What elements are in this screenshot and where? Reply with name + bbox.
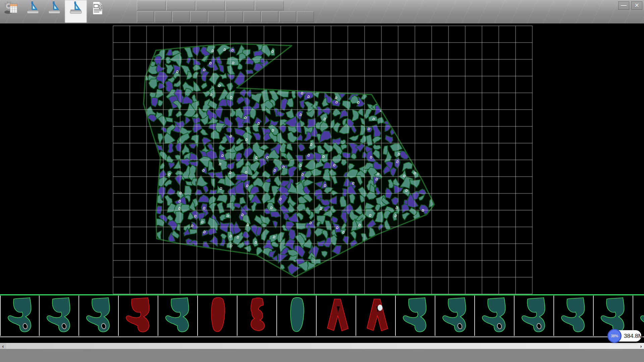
piece-shape-ashape <box>317 296 356 336</box>
piece-shape-boot <box>633 296 644 336</box>
scroll-left-button[interactable]: ‹ <box>0 343 6 349</box>
piece-shape-tongue <box>198 296 237 336</box>
nav-5-report[interactable] <box>87 0 108 22</box>
application-window: — ✕ ‹ › 38% 384.8M <box>0 0 644 362</box>
thumbnail-cell-3[interactable] <box>79 296 119 336</box>
thumbnail-cell-8[interactable] <box>277 296 317 336</box>
nav-2-ruler[interactable] <box>22 0 44 22</box>
tool-row <box>137 11 314 22</box>
piece-shape-tongue <box>277 296 317 336</box>
piece-shape-boot <box>554 296 594 336</box>
thumbnail-cell-11[interactable] <box>396 296 435 336</box>
status-bar <box>0 349 644 362</box>
thumbnail-cell-14[interactable] <box>515 296 554 336</box>
thumbnail-cell-17[interactable] <box>633 296 644 336</box>
defect-hole <box>378 305 382 311</box>
scroll-right-button[interactable]: › <box>638 343 644 349</box>
thumbnail-strip-top-border <box>0 294 644 295</box>
tool-button-6[interactable] <box>226 11 243 22</box>
nav-icon-bar <box>1 0 108 22</box>
tool-button-3[interactable] <box>172 11 190 22</box>
piece-shape-boot <box>515 296 554 336</box>
progress-percent: 38% <box>611 334 618 338</box>
thumbnail-cell-15[interactable] <box>554 296 594 336</box>
menu-button-2[interactable] <box>166 1 195 10</box>
thumbnail-cell-12[interactable] <box>435 296 475 336</box>
nav-3-ruler[interactable] <box>44 0 65 22</box>
close-button[interactable]: ✕ <box>631 1 642 10</box>
piece-shape-boot <box>475 296 515 336</box>
thumbnail-cell-1[interactable] <box>0 296 40 336</box>
tool-button-4[interactable] <box>190 11 207 22</box>
bottom-gap <box>0 337 644 343</box>
set-square-icon <box>68 1 83 15</box>
nesting-canvas[interactable] <box>0 23 644 294</box>
thumbnail-cell-5[interactable] <box>158 296 198 336</box>
tool-button-7[interactable] <box>244 11 261 22</box>
set-square-icon <box>25 1 40 15</box>
thumbnail-strip <box>0 296 644 337</box>
nav-1-system[interactable] <box>1 0 22 22</box>
thumbnail-cell-6[interactable] <box>198 296 237 336</box>
tool-button-5[interactable] <box>208 11 225 22</box>
memory-badge: 38% 384.8M <box>608 330 641 342</box>
toolbar: — ✕ <box>0 0 644 24</box>
menu-button-3[interactable] <box>196 1 225 10</box>
report-document-icon <box>90 1 105 15</box>
minimize-button[interactable]: — <box>618 1 629 10</box>
thumbnail-cell-4[interactable] <box>119 296 158 336</box>
piece-shape-boot <box>435 296 475 336</box>
menu-button-5[interactable] <box>255 1 284 10</box>
piece-shape-boot <box>396 296 435 336</box>
piece-shape-boot <box>1 296 40 336</box>
tool-button-10[interactable] <box>297 11 314 22</box>
thumbnail-cell-13[interactable] <box>475 296 515 336</box>
menu-button-1[interactable] <box>137 1 166 10</box>
menu-row <box>137 1 284 10</box>
nesting-canvas-area[interactable] <box>0 23 644 294</box>
piece-shape-boot <box>158 296 198 336</box>
piece-shape-boot <box>40 296 79 336</box>
piece-shape-boot <box>119 296 158 336</box>
memory-value: 384.8M <box>624 333 643 340</box>
progress-circle: 38% <box>607 329 622 343</box>
tool-button-1[interactable] <box>137 11 154 22</box>
gear-table-icon <box>4 1 19 15</box>
window-controls: — ✕ <box>618 1 642 10</box>
tool-button-8[interactable] <box>261 11 278 22</box>
thumbnail-cell-10[interactable] <box>356 296 396 336</box>
thumbnail-cell-7[interactable] <box>237 296 277 336</box>
menu-button-4[interactable] <box>225 1 254 10</box>
thumbnail-cell-2[interactable] <box>40 296 79 336</box>
tool-button-2[interactable] <box>155 11 172 22</box>
piece-shape-ashape <box>356 296 396 336</box>
thumbnail-cell-9[interactable] <box>317 296 356 336</box>
nav-4-ruler-selected[interactable] <box>65 0 87 22</box>
set-square-icon <box>47 1 62 15</box>
piece-shape-boot <box>79 296 119 336</box>
horizontal-scrollbar[interactable]: ‹ › <box>0 343 644 349</box>
piece-shape-cshape <box>237 296 277 336</box>
tool-button-9[interactable] <box>279 11 296 22</box>
